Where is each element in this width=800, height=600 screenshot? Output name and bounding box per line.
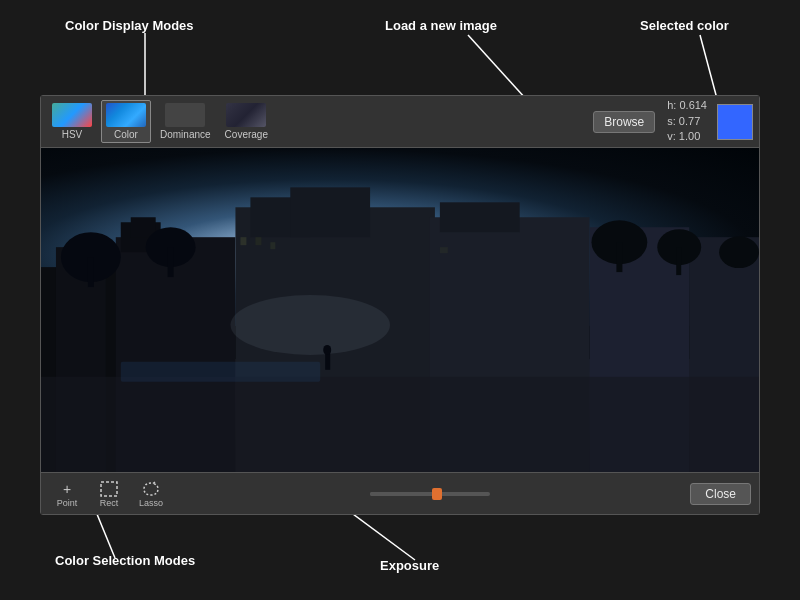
mode-thumb-hsv [52, 103, 92, 127]
rect-icon [98, 480, 120, 498]
mode-thumb-dominance [165, 103, 205, 127]
sel-label-rect: Rect [100, 498, 119, 508]
sel-btn-point[interactable]: + Point [49, 477, 85, 511]
svg-rect-19 [270, 242, 275, 249]
sel-label-lasso: Lasso [139, 498, 163, 508]
color-s-value: s: 0.77 [667, 114, 700, 129]
lasso-icon [140, 480, 162, 498]
color-info-panel: h: 0.614 s: 0.77 v: 1.00 [667, 98, 707, 144]
exposure-thumb[interactable] [432, 488, 442, 500]
mode-btn-hsv[interactable]: HSV [47, 100, 97, 143]
color-swatch [717, 104, 753, 140]
svg-rect-20 [440, 247, 448, 253]
mode-thumb-coverage [226, 103, 266, 127]
exposure-slider-container [175, 492, 684, 496]
color-v-value: v: 1.00 [667, 129, 700, 144]
svg-rect-24 [168, 247, 174, 277]
svg-rect-35 [101, 482, 117, 496]
svg-rect-32 [121, 362, 320, 382]
color-h-value: h: 0.614 [667, 98, 707, 113]
svg-point-30 [230, 295, 390, 355]
exposure-track[interactable] [370, 492, 490, 496]
svg-point-34 [323, 345, 331, 355]
svg-rect-14 [440, 202, 520, 232]
sel-btn-lasso[interactable]: Lasso [133, 477, 169, 511]
svg-rect-28 [676, 247, 681, 275]
panorama-scene [41, 148, 759, 472]
annotation-color-display-modes: Color Display Modes [65, 18, 194, 33]
close-button[interactable]: Close [690, 483, 751, 505]
svg-rect-18 [255, 237, 261, 245]
svg-rect-26 [616, 242, 622, 272]
scene-svg [41, 148, 759, 472]
main-dialog: HSV Color Dominance Coverage Browse h: 0… [40, 95, 760, 515]
svg-point-29 [719, 236, 759, 268]
browse-button[interactable]: Browse [593, 111, 655, 133]
annotation-color-selection-modes: Color Selection Modes [55, 553, 195, 568]
point-icon: + [56, 480, 78, 498]
svg-rect-22 [88, 257, 94, 287]
annotation-load-image: Load a new image [385, 18, 497, 33]
sel-btn-rect[interactable]: Rect [91, 477, 127, 511]
svg-rect-17 [240, 237, 246, 245]
mode-btn-color[interactable]: Color [101, 100, 151, 143]
mode-label-coverage: Coverage [225, 129, 268, 140]
svg-rect-31 [41, 377, 759, 472]
top-toolbar: HSV Color Dominance Coverage Browse h: 0… [41, 96, 759, 148]
mode-label-color: Color [114, 129, 138, 140]
annotation-selected-color: Selected color [640, 18, 729, 33]
sel-label-point: Point [57, 498, 78, 508]
mode-btn-coverage[interactable]: Coverage [220, 100, 273, 143]
svg-rect-12 [290, 187, 370, 237]
exposure-fill [370, 492, 436, 496]
mode-btn-dominance[interactable]: Dominance [155, 100, 216, 143]
annotation-exposure: Exposure [380, 558, 439, 573]
bottom-toolbar: + Point Rect Lasso [41, 472, 759, 514]
mode-thumb-color [106, 103, 146, 127]
mode-label-dominance: Dominance [160, 129, 211, 140]
browse-area: Browse [593, 111, 655, 133]
mode-label-hsv: HSV [62, 129, 83, 140]
image-area [41, 148, 759, 472]
